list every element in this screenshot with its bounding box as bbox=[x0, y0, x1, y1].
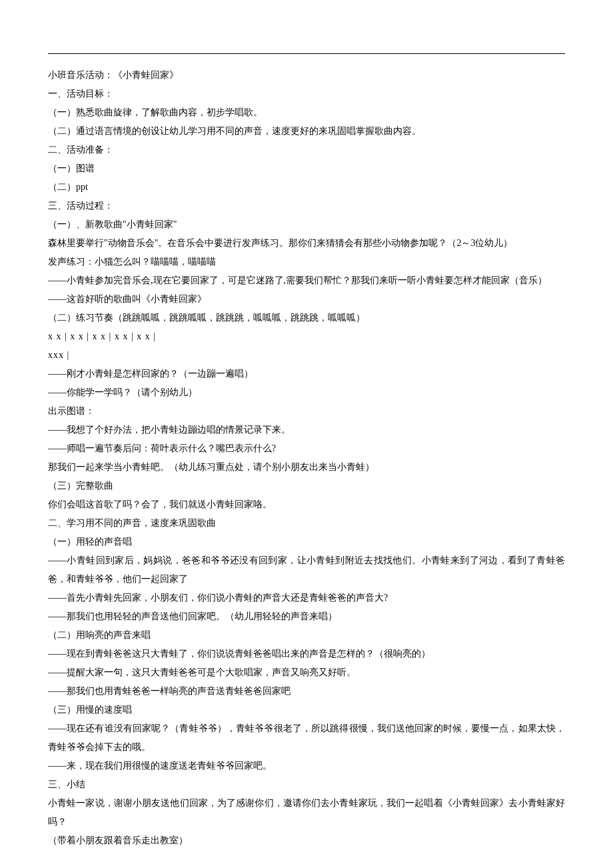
paragraph-line: ——那我们也用青蛙爸爸一样响亮的声音送青蛙爸爸回家吧 bbox=[48, 682, 565, 701]
paragraph-line: （二）用响亮的声音来唱 bbox=[48, 626, 565, 645]
paragraph-line: 你们会唱这首歌了吗？会了，我们就送小青蛙回家咯。 bbox=[48, 495, 565, 514]
paragraph-line: ——师唱一遍节奏后问：荷叶表示什么？嘴巴表示什么? bbox=[48, 439, 565, 458]
paragraph-line: 二、活动准备： bbox=[48, 141, 565, 159]
paragraph-line: 森林里要举行"动物音乐会"。在音乐会中要进行发声练习。那你们来猜猜会有那些小动物… bbox=[48, 234, 565, 253]
paragraph-line: ——现在还有谁没有回家呢？（青蛙爷爷），青蛙爷爷很老了，所以跳得很慢，我们送他回… bbox=[48, 719, 565, 757]
paragraph-line: 小青蛙一家说，谢谢小朋友送他们回家，为了感谢你们，邀请你们去小青蛙家玩，我们一起… bbox=[48, 794, 565, 831]
paragraph-line: ——这首好听的歌曲叫《小青蛙回家》 bbox=[48, 290, 565, 309]
paragraph-line: 二、学习用不同的声音，速度来巩固歌曲 bbox=[48, 514, 565, 533]
paragraph-line: （二）ppt bbox=[48, 178, 565, 197]
paragraph-line: ——那我们也用轻轻的声音送他们回家吧。（幼儿用轻轻的声音来唱） bbox=[48, 607, 565, 626]
paragraph-line: xxx | bbox=[48, 346, 565, 365]
paragraph-line: （二）通过语言情境的创设让幼儿学习用不同的声音，速度更好的来巩固唱掌握歌曲内容。 bbox=[48, 122, 565, 141]
paragraph-line: 出示图谱： bbox=[48, 402, 565, 421]
paragraph-line: ——小青蛙回到家后，妈妈说，爸爸和爷爷还没有回到家，让小青蛙到附近去找找他们。小… bbox=[48, 551, 565, 589]
paragraph-line: 小班音乐活动：《小青蛙回家》 bbox=[48, 66, 565, 85]
paragraph-line: 那我们一起来学当小青蛙吧。（幼儿练习重点处，请个别小朋友出来当小青蛙） bbox=[48, 458, 565, 477]
paragraph-line: （一）熟悉歌曲旋律，了解歌曲内容，初步学唱歌。 bbox=[48, 103, 565, 122]
paragraph-line: ——小青蛙参加完音乐会,现在它要回家了，可是它迷路了,需要我们帮忙？那我们来听一… bbox=[48, 271, 565, 290]
paragraph-line: （二）练习节奏（跳跳呱呱，跳跳呱呱，跳跳跳，呱呱呱，跳跳跳，呱呱呱） bbox=[48, 309, 565, 327]
paragraph-line: 三、小结 bbox=[48, 775, 565, 794]
paragraph-line: ——现在到青蛙爸爸这只大青蛙了，你们说说青蛙爸爸唱出来的声音是怎样的？（很响亮的… bbox=[48, 645, 565, 663]
paragraph-line: （一）用轻的声音唱 bbox=[48, 533, 565, 551]
paragraph-line: ——刚才小青蛙是怎样回家的？（一边蹦一遍唱） bbox=[48, 365, 565, 383]
paragraph-line: （三）用慢的速度唱 bbox=[48, 701, 565, 719]
paragraph-line: 三、活动过程： bbox=[48, 197, 565, 215]
document-body: 小班音乐活动：《小青蛙回家》一、活动目标：（一）熟悉歌曲旋律，了解歌曲内容，初步… bbox=[48, 66, 565, 850]
paragraph-line: （一）、新教歌曲"小青蛙回家" bbox=[48, 215, 565, 234]
paragraph-line: 一、活动目标： bbox=[48, 85, 565, 103]
paragraph-line: 发声练习：小猫怎么叫？喵喵喵，喵喵喵 bbox=[48, 253, 565, 271]
top-rule bbox=[48, 53, 565, 54]
document-page: 小班音乐活动：《小青蛙回家》一、活动目标：（一）熟悉歌曲旋律，了解歌曲内容，初步… bbox=[0, 0, 613, 868]
paragraph-line: ——首先小青蛙先回家，小朋友们，你们说小青蛙的声音大还是青蛙爸爸的声音大? bbox=[48, 589, 565, 607]
paragraph-line: （三）完整歌曲 bbox=[48, 477, 565, 495]
paragraph-line: （带着小朋友跟着音乐走出教室） bbox=[48, 831, 565, 850]
paragraph-line: x x | x x | x x | x x | x x | bbox=[48, 327, 565, 346]
paragraph-line: ——来，现在我们用很慢的速度送老青蛙爷爷回家吧。 bbox=[48, 757, 565, 775]
paragraph-line: ——你能学一学吗？（请个别幼儿） bbox=[48, 383, 565, 402]
paragraph-line: ——提醒大家一句，这只大青蛙爸爸可是个大歌唱家，声音又响亮又好听。 bbox=[48, 663, 565, 682]
paragraph-line: ——我想了个好办法，把小青蛙边蹦边唱的情景记录下来。 bbox=[48, 421, 565, 439]
paragraph-line: （一）图谱 bbox=[48, 159, 565, 178]
